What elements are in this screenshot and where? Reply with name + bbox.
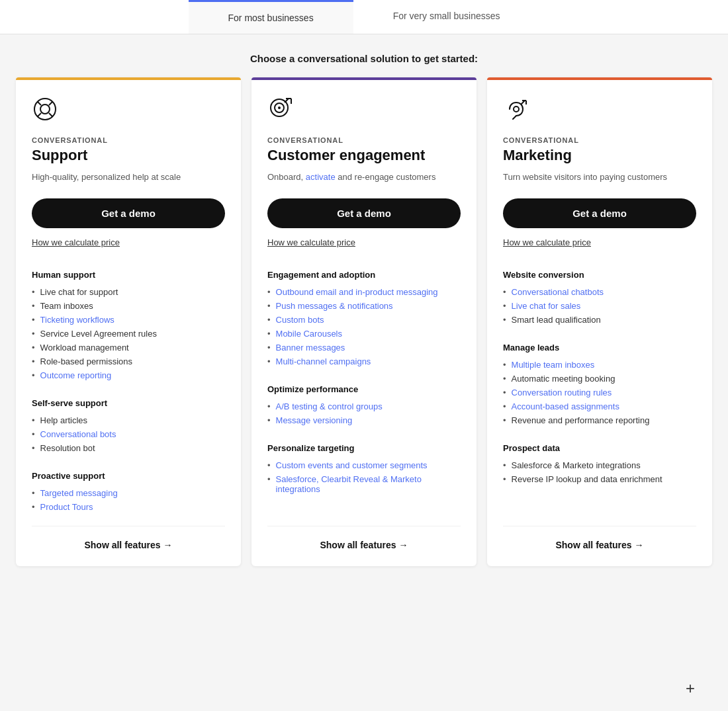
card-support-calc-price[interactable]: How we calculate price	[32, 237, 225, 247]
list-item: Targeted messaging	[32, 486, 225, 500]
card-support-title: Support	[32, 147, 225, 164]
list-item: Help articles	[32, 413, 225, 427]
list-item: Custom bots	[267, 313, 461, 327]
card-support-border	[16, 77, 241, 80]
svg-line-5	[49, 113, 52, 116]
svg-point-1	[40, 105, 50, 114]
card-support-eyebrow: CONVERSATIONAL	[32, 136, 225, 144]
card-engagement-demo-button[interactable]: Get a demo	[267, 198, 461, 228]
list-item: Workload management	[32, 341, 225, 355]
support-section-selfserve-title: Self-serve support	[32, 398, 225, 408]
support-section-human: Human support Live chat for support Team…	[32, 266, 225, 382]
support-section-selfserve: Self-serve support Help articles Convers…	[32, 394, 225, 455]
list-item: Mobile Carousels	[267, 327, 461, 341]
engagement-section-optimize: Optimize performance A/B testing & contr…	[267, 380, 461, 427]
card-engagement-eyebrow: CONVERSATIONAL	[267, 136, 461, 144]
engagement-section-personalize-title: Personalize targeting	[267, 443, 461, 453]
support-section-proactive-title: Proactive support	[32, 471, 225, 481]
card-support-show-all[interactable]: Show all features →	[32, 526, 225, 550]
list-item: Ticketing workflows	[32, 313, 225, 327]
marketing-icon	[503, 96, 696, 126]
list-item: A/B testing & control groups	[267, 399, 461, 413]
list-item: Banner messages	[267, 341, 461, 355]
list-item: Automatic meeting booking	[503, 372, 696, 386]
cards-container: CONVERSATIONAL Support High-quality, per…	[0, 77, 728, 593]
tab-small-businesses[interactable]: For very small businesses	[353, 0, 540, 34]
card-marketing-eyebrow: CONVERSATIONAL	[503, 136, 696, 144]
marketing-section-prospect-title: Prospect data	[503, 443, 696, 453]
list-item: Smart lead qualification	[503, 313, 696, 327]
svg-line-4	[38, 113, 41, 116]
list-item: Reverse IP lookup and data enrichment	[503, 472, 696, 486]
card-engagement-title: Customer engagement	[267, 147, 461, 164]
list-item: Live chat for sales	[503, 299, 696, 313]
support-proactive-list: Targeted messaging Product Tours	[32, 486, 225, 514]
card-engagement: CONVERSATIONAL Customer engagement Onboa…	[251, 77, 477, 566]
list-item: Multiple team inboxes	[503, 358, 696, 372]
svg-point-12	[514, 106, 519, 112]
tab-most-businesses[interactable]: For most businesses	[189, 0, 353, 34]
engagement-section-adoption-title: Engagement and adoption	[267, 270, 461, 280]
list-item: Service Level Agreement rules	[32, 327, 225, 341]
card-engagement-description: Onboard, activate and re-engage customer…	[267, 171, 461, 184]
svg-line-2	[38, 102, 41, 105]
marketing-section-conversion: Website conversion Conversational chatbo…	[503, 266, 696, 327]
engagement-optimize-list: A/B testing & control groups Message ver…	[267, 399, 461, 427]
card-marketing-title: Marketing	[503, 147, 696, 164]
card-support-description: High-quality, personalized help at scale	[32, 171, 225, 184]
list-item: Salesforce, Clearbit Reveal & Marketo in…	[267, 472, 461, 496]
engagement-adoption-list: Outbound email and in-product messaging …	[267, 285, 461, 368]
list-item: Live chat for support	[32, 285, 225, 299]
card-marketing: CONVERSATIONAL Marketing Turn website vi…	[487, 77, 712, 566]
svg-point-0	[34, 99, 56, 120]
list-item: Salesforce & Marketo integrations	[503, 458, 696, 472]
marketing-leads-list: Multiple team inboxes Automatic meeting …	[503, 358, 696, 427]
support-human-list: Live chat for support Team inboxes Ticke…	[32, 285, 225, 382]
card-engagement-calc-price[interactable]: How we calculate price	[267, 237, 461, 247]
marketing-section-leads-title: Manage leads	[503, 343, 696, 353]
card-marketing-border	[487, 77, 712, 80]
list-item: Resolution bot	[32, 441, 225, 455]
card-support-demo-button[interactable]: Get a demo	[32, 198, 225, 228]
list-item: Outbound email and in-product messaging	[267, 285, 461, 299]
svg-point-8	[278, 106, 281, 109]
list-item: Conversational bots	[32, 427, 225, 441]
support-icon	[32, 96, 225, 126]
tab-bar: For most businesses For very small busin…	[0, 0, 728, 34]
list-item: Custom events and customer segments	[267, 458, 461, 472]
list-item: Account-based assignments	[503, 399, 696, 413]
list-item: Multi-channel campaigns	[267, 355, 461, 368]
card-marketing-calc-price[interactable]: How we calculate price	[503, 237, 696, 247]
marketing-conversion-list: Conversational chatbots Live chat for sa…	[503, 285, 696, 327]
card-marketing-show-all[interactable]: Show all features →	[503, 526, 696, 550]
support-selfserve-list: Help articles Conversational bots Resolu…	[32, 413, 225, 455]
list-item: Push messages & notifications	[267, 299, 461, 313]
support-section-proactive: Proactive support Targeted messaging Pro…	[32, 467, 225, 514]
list-item: Outcome reporting	[32, 368, 225, 382]
marketing-prospect-list: Salesforce & Marketo integrations Revers…	[503, 458, 696, 486]
list-item: Revenue and performance reporting	[503, 413, 696, 427]
engagement-section-personalize: Personalize targeting Custom events and …	[267, 439, 461, 496]
list-item: Conversational chatbots	[503, 285, 696, 299]
marketing-section-leads: Manage leads Multiple team inboxes Autom…	[503, 339, 696, 427]
list-item: Role-based permissions	[32, 355, 225, 368]
engagement-section-optimize-title: Optimize performance	[267, 384, 461, 394]
engagement-personalize-list: Custom events and customer segments Sale…	[267, 458, 461, 496]
card-support: CONVERSATIONAL Support High-quality, per…	[16, 77, 241, 566]
list-item: Message versioning	[267, 413, 461, 427]
list-item: Product Tours	[32, 500, 225, 514]
marketing-section-conversion-title: Website conversion	[503, 270, 696, 280]
card-engagement-show-all[interactable]: Show all features →	[267, 526, 461, 550]
engagement-section-adoption: Engagement and adoption Outbound email a…	[267, 266, 461, 368]
card-engagement-border	[251, 77, 477, 80]
target-icon	[267, 96, 461, 126]
list-item: Team inboxes	[32, 299, 225, 313]
marketing-section-prospect: Prospect data Salesforce & Marketo integ…	[503, 439, 696, 486]
card-marketing-demo-button[interactable]: Get a demo	[503, 198, 696, 228]
card-marketing-description: Turn website visitors into paying custom…	[503, 171, 696, 184]
svg-line-3	[49, 102, 52, 105]
support-section-human-title: Human support	[32, 270, 225, 280]
page-subtitle: Choose a conversational solution to get …	[0, 34, 728, 77]
list-item: Conversation routing rules	[503, 386, 696, 399]
